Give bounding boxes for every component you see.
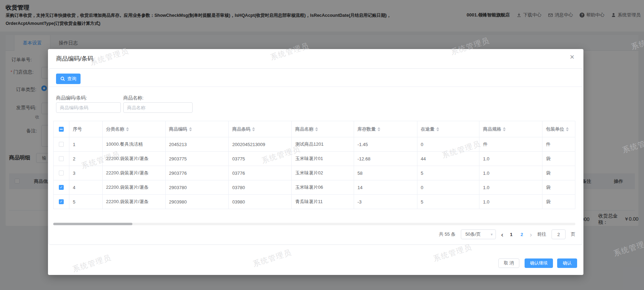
horizontal-scrollbar-track[interactable]	[53, 223, 575, 225]
confirm-continue-button[interactable]: 确认继续	[525, 258, 553, 268]
column-header[interactable]: 序号	[69, 121, 103, 137]
table-cell: 件	[479, 137, 542, 151]
table-cell: 2903776	[166, 166, 229, 180]
goto-suffix: 页	[571, 231, 575, 237]
sort-icon[interactable]	[252, 127, 255, 131]
column-header-label: 分类名称	[106, 126, 124, 132]
column-header[interactable]: 商品规格	[479, 121, 542, 137]
product-picker-modal: 商品编码/条码 × 查询 商品编码/条码: 商品名称: 序号分类名称商品编码商品…	[48, 49, 583, 275]
column-header-label: 商品名称	[295, 126, 313, 132]
sort-icon[interactable]	[378, 127, 380, 131]
modal-title: 商品编码/条码	[56, 55, 94, 63]
table-cell: 2045213	[166, 137, 229, 151]
page-number-1[interactable]: 1	[508, 232, 514, 237]
filter-code-input[interactable]	[56, 102, 121, 113]
row-checkbox[interactable]	[59, 171, 64, 175]
sort-icon[interactable]	[503, 127, 506, 131]
table-cell: 44	[417, 152, 480, 166]
column-header[interactable]: 包装单位	[542, 121, 575, 137]
sort-icon[interactable]	[315, 127, 318, 131]
prev-page-button[interactable]: ‹	[501, 231, 503, 238]
page-size-select[interactable]: 50条/页 ▾	[461, 229, 496, 239]
search-icon	[60, 76, 65, 81]
table-cell: -1.45	[354, 137, 417, 151]
table-cell: 03980	[229, 195, 292, 209]
select-all-checkbox[interactable]	[59, 127, 64, 132]
row-checkbox[interactable]	[59, 199, 64, 204]
sort-icon[interactable]	[126, 127, 129, 131]
column-header[interactable]: 商品条码	[229, 121, 292, 137]
column-header-label: 包装单位	[546, 126, 564, 132]
table-cell: 03776	[229, 166, 292, 180]
table-cell: 0	[417, 137, 480, 151]
row-checkbox-cell	[54, 152, 69, 166]
table-cell: 2	[69, 152, 103, 166]
row-checkbox-cell	[54, 137, 69, 151]
table-cell: 5	[417, 195, 480, 209]
table-cell: -3	[354, 195, 417, 209]
row-checkbox-cell	[54, 180, 69, 194]
table-row[interactable]: 222200.袋装薯片/薯条290377503775玉米味薯片01-12.684…	[54, 151, 575, 166]
header-checkbox-cell	[54, 121, 69, 137]
table-cell: 22200.袋装薯片/薯条	[103, 152, 166, 166]
row-checkbox[interactable]	[59, 156, 64, 161]
table-cell: 2002045213009	[229, 137, 292, 151]
column-header-label: 库存数量	[358, 126, 376, 132]
row-checkbox[interactable]	[59, 142, 64, 147]
search-divider	[49, 87, 582, 87]
table-cell: 1	[69, 137, 103, 151]
table-cell: 2903775	[166, 152, 229, 166]
column-header[interactable]: 商品名称	[292, 121, 354, 137]
row-checkbox-cell	[54, 195, 69, 209]
page-number-2[interactable]: 2	[519, 232, 524, 237]
table-cell: 袋	[542, 180, 575, 194]
close-icon[interactable]: ×	[570, 53, 574, 61]
search-button-label: 查询	[67, 76, 76, 82]
page-size-value: 50条/页	[465, 231, 481, 237]
table-row[interactable]: 422200.袋装薯片/薯条290378003780玉米味薯片061401.0袋	[54, 180, 575, 194]
column-header[interactable]: 库存数量	[354, 121, 417, 137]
table-cell: -12.68	[354, 152, 417, 166]
goto-label: 前往	[537, 231, 546, 237]
search-button[interactable]: 查询	[56, 74, 81, 84]
table-cell: 袋	[542, 195, 575, 209]
table-cell: 青瓜味薯片11	[292, 195, 354, 209]
table-cell: 1.0	[479, 152, 542, 166]
row-checkbox[interactable]	[59, 185, 64, 190]
cancel-button[interactable]: 取 消	[498, 258, 519, 268]
table-cell: 1.0	[479, 166, 542, 180]
next-page-button[interactable]: ›	[530, 231, 532, 238]
table-cell: 4	[69, 180, 103, 194]
table-row[interactable]: 322200.袋装薯片/薯条290377603776玉米味薯片025851.0袋	[54, 166, 575, 180]
product-table-body: 110000.餐具洗洁精20452132002045213009测试商品1201…	[54, 137, 575, 209]
sort-icon[interactable]	[189, 127, 192, 131]
table-row[interactable]: 110000.餐具洗洁精20452132002045213009测试商品1201…	[54, 137, 575, 151]
pagination: 共 55 条 50条/页 ▾ ‹ 1 2 › 前往 页	[439, 229, 575, 240]
table-cell: 袋	[542, 152, 575, 166]
goto-page-input[interactable]	[552, 229, 566, 239]
table-cell: 1.0	[479, 195, 542, 209]
table-cell: 袋	[542, 166, 575, 180]
product-table-header-row: 序号分类名称商品编码商品条码商品名称库存数量在途量商品规格包装单位	[54, 121, 575, 137]
pagination-total: 共 55 条	[439, 231, 456, 237]
column-header[interactable]: 商品编码	[166, 121, 229, 137]
sort-icon[interactable]	[566, 127, 569, 131]
horizontal-scrollbar-thumb[interactable]	[53, 223, 132, 225]
sort-icon[interactable]	[436, 127, 439, 131]
table-row[interactable]: 522200.袋装薯片/薯条290398003980青瓜味薯片11-351.0袋	[54, 194, 575, 209]
column-header-label: 商品条码	[232, 126, 250, 132]
table-cell: 玉米味薯片06	[292, 180, 354, 194]
filter-name-input[interactable]	[123, 102, 193, 113]
column-header[interactable]: 在途量	[417, 121, 480, 137]
column-header-label: 商品规格	[483, 126, 501, 132]
table-cell: 14	[354, 180, 417, 194]
table-cell: 3	[69, 166, 103, 180]
table-cell: 03775	[229, 152, 292, 166]
table-cell: 5	[69, 195, 103, 209]
table-cell: 2903980	[166, 195, 229, 209]
table-cell: 22200.袋装薯片/薯条	[103, 180, 166, 194]
confirm-button[interactable]: 确认	[557, 258, 577, 268]
column-header-label: 商品编码	[169, 126, 187, 132]
product-table: 序号分类名称商品编码商品条码商品名称库存数量在途量商品规格包装单位 110000…	[53, 121, 575, 209]
column-header[interactable]: 分类名称	[103, 121, 166, 137]
